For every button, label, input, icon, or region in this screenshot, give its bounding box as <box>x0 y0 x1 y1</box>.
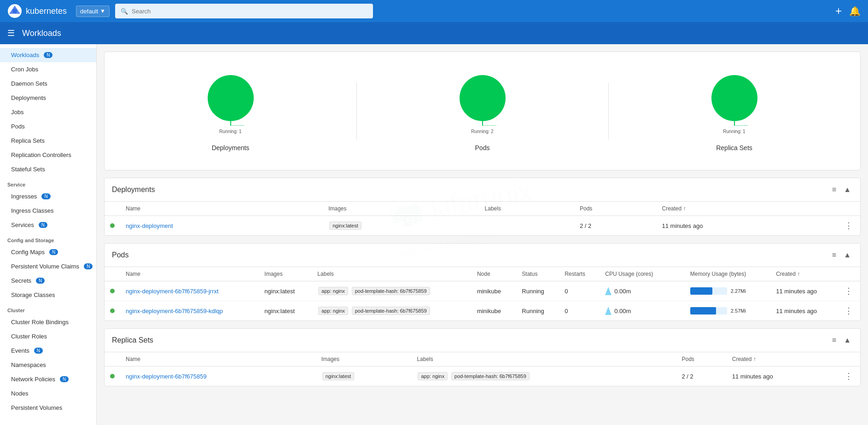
sidebar-item-ingresses[interactable]: Ingresses N <box>0 189 96 204</box>
cpu-cell: 0.00m <box>600 281 685 301</box>
sidebar-item-cron-jobs[interactable]: Cron Jobs <box>0 62 96 76</box>
sidebar-label: Cron Jobs <box>11 66 38 73</box>
col-node[interactable]: Node <box>472 267 516 281</box>
sidebar-item-jobs[interactable]: Jobs <box>0 105 96 119</box>
pods-table: Name Images Labels Node Status Restarts … <box>105 267 860 320</box>
svg-marker-12 <box>605 307 612 315</box>
image-cell: nginx:latest <box>259 281 312 301</box>
col-images[interactable]: Images <box>259 267 312 281</box>
col-status-text[interactable]: Status <box>516 267 559 281</box>
node-cell: minikube <box>472 301 516 321</box>
col-pods[interactable]: Pods <box>574 202 657 216</box>
sidebar-item-storage-classes[interactable]: Storage Classes <box>0 288 96 302</box>
memory-bar <box>690 287 712 295</box>
table-row: nginx-deployment-6b7f675859 nginx:latest… <box>105 367 860 386</box>
summary-row: Running: 1 Deployments Running: 2 Pods <box>104 52 861 170</box>
status-text-cell: Running <box>516 281 559 301</box>
name-cell: nginx-deployment-6b7f675859 <box>120 367 316 386</box>
sidebar-item-daemon-sets[interactable]: Daemon Sets <box>0 76 96 91</box>
col-status <box>105 352 120 367</box>
more-actions-button[interactable]: ⋮ <box>843 220 855 231</box>
col-memory[interactable]: Memory Usage (bytes) <box>685 267 770 281</box>
pods-title: Pods <box>112 251 830 259</box>
label-chip-2: pod-template-hash: 6b7f675859 <box>352 307 430 315</box>
col-name[interactable]: Name <box>120 352 316 367</box>
col-restarts[interactable]: Restarts <box>559 267 600 281</box>
col-images[interactable]: Images <box>323 202 479 216</box>
add-button[interactable]: + <box>835 5 842 17</box>
notifications-bell-icon[interactable]: 🔔 <box>849 6 861 17</box>
sidebar-item-events[interactable]: Events N <box>0 343 96 358</box>
sidebar-item-pods[interactable]: Pods <box>0 119 96 134</box>
deployments-filter-icon[interactable]: ≡ <box>830 184 838 196</box>
col-labels[interactable]: Labels <box>411 352 676 367</box>
memory-cell: 2.27Mi <box>685 281 770 301</box>
sidebar-item-pvc[interactable]: Persistent Volume Claims N <box>0 259 96 274</box>
col-name[interactable]: Name <box>120 267 259 281</box>
label-chip-2: pod-template-hash: 6b7f675859 <box>451 372 530 380</box>
sidebar-item-replica-sets[interactable]: Replica Sets <box>0 134 96 148</box>
image-cell: nginx:latest <box>316 367 412 386</box>
sidebar-item-replication-controllers[interactable]: Replication Controllers <box>0 148 96 162</box>
sidebar-item-nodes[interactable]: Nodes <box>0 386 96 401</box>
replica-sets-title: Replica Sets <box>112 336 830 344</box>
replica-sets-actions: ≡ ▲ <box>830 334 853 346</box>
sidebar-label: Replica Sets <box>11 137 45 144</box>
replica-sets-filter-icon[interactable]: ≡ <box>830 334 838 346</box>
labels-cell: app: nginx pod-template-hash: 6b7f675859 <box>312 301 472 321</box>
nav-actions: + 🔔 <box>835 5 861 17</box>
pod-name-link[interactable]: nginx-deployment-6b7f675859-jrrxt <box>126 288 219 295</box>
sidebar-item-namespaces[interactable]: Namespaces <box>0 358 96 372</box>
sidebar-item-cluster-role-bindings[interactable]: Cluster Role Bindings <box>0 315 96 329</box>
sidebar-item-config-maps[interactable]: Config Maps N <box>0 245 96 259</box>
svg-point-1 <box>12 9 17 13</box>
deployments-running-label: Running: 1 <box>219 129 241 134</box>
sidebar-item-persistent-volumes[interactable]: Persistent Volumes <box>0 401 96 415</box>
sidebar-label: Namespaces <box>11 361 46 368</box>
sidebar-item-cluster-roles[interactable]: Cluster Roles <box>0 329 96 343</box>
col-cpu[interactable]: CPU Usage (cores) <box>600 267 685 281</box>
search-input[interactable] <box>132 8 367 15</box>
namespace-selector[interactable]: default ▼ <box>76 6 110 17</box>
sidebar-label: Deployments <box>11 94 46 101</box>
col-name[interactable]: Name <box>120 202 323 216</box>
name-cell: nginx-deployment-6b7f675859-jrrxt <box>120 281 259 301</box>
pod-name-link[interactable]: nginx-deployment-6b7f675859-kdlqp <box>126 308 223 314</box>
col-images[interactable]: Images <box>316 352 412 367</box>
more-actions-button[interactable]: ⋮ <box>843 305 855 316</box>
sidebar-label: Cluster Roles <box>11 333 47 340</box>
sidebar-item-stateful-sets[interactable]: Stateful Sets <box>0 162 96 176</box>
status-text-cell: Running <box>516 301 559 321</box>
more-actions-button[interactable]: ⋮ <box>843 371 855 382</box>
sidebar-item-secrets[interactable]: Secrets N <box>0 274 96 288</box>
more-actions-button[interactable]: ⋮ <box>843 285 855 297</box>
replica-sets-card-title: Replica Sets <box>716 144 752 151</box>
sidebar-label: Events <box>11 347 29 354</box>
sidebar-item-deployments[interactable]: Deployments <box>0 91 96 105</box>
pods-card-title: Pods <box>475 144 490 151</box>
cpu-triangle-icon <box>605 287 612 295</box>
deployments-collapse-icon[interactable]: ▲ <box>842 184 853 196</box>
pods-running-label: Running: 2 <box>471 129 493 134</box>
pods-collapse-icon[interactable]: ▲ <box>842 249 853 261</box>
sidebar-item-network-policies[interactable]: Network Policies N <box>0 372 96 386</box>
events-badge: N <box>34 348 43 354</box>
hamburger-menu-icon[interactable]: ☰ <box>7 28 15 38</box>
col-created[interactable]: Created ↑ <box>770 267 837 281</box>
sidebar-item-services[interactable]: Services N <box>0 218 96 232</box>
table-row: nginx-deployment-6b7f675859-kdlqp nginx:… <box>105 301 860 321</box>
sidebar-item-ingress-classes[interactable]: Ingress Classes <box>0 204 96 218</box>
replica-sets-collapse-icon[interactable]: ▲ <box>842 334 853 346</box>
replica-set-name-link[interactable]: nginx-deployment-6b7f675859 <box>126 373 207 380</box>
sidebar-item-workloads[interactable]: Workloads N <box>0 48 96 62</box>
col-created[interactable]: Created ↑ <box>656 202 837 216</box>
col-created[interactable]: Created ↑ <box>727 352 837 367</box>
services-badge: N <box>39 222 47 228</box>
deployment-name-link[interactable]: nginx-deployment <box>126 222 173 229</box>
col-labels[interactable]: Labels <box>312 267 472 281</box>
col-pods[interactable]: Pods <box>676 352 727 367</box>
workloads-badge: N <box>44 52 52 58</box>
col-labels[interactable]: Labels <box>479 202 574 216</box>
pods-filter-icon[interactable]: ≡ <box>830 249 838 261</box>
sidebar-label: Stateful Sets <box>11 166 45 173</box>
